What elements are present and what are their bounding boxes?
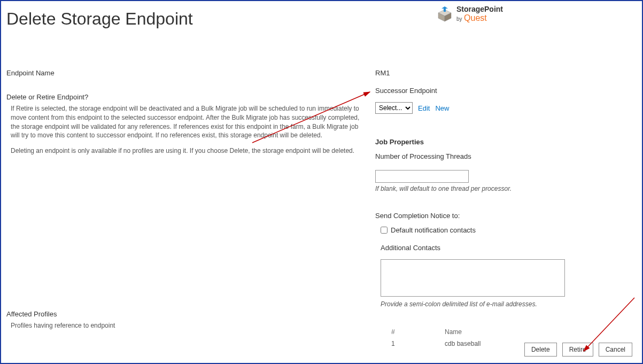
button-bar: Delete Retire Cancel <box>524 343 632 357</box>
successor-endpoint-label: Successor Endpoint <box>375 87 626 95</box>
additional-contacts-hint: Provide a semi-colon delimited list of e… <box>381 300 626 308</box>
profile-row-num: 1 <box>375 340 445 347</box>
delete-button[interactable]: Delete <box>524 343 557 357</box>
logo-company-name: Quest <box>464 13 487 22</box>
default-contacts-checkbox-label: Default notification contacts <box>391 226 476 234</box>
logo-product-name: StoragePoint <box>456 5 503 13</box>
processing-threads-input[interactable] <box>375 170 469 183</box>
endpoint-name-label: Endpoint Name <box>6 69 370 77</box>
product-logo: StoragePoint by Quest <box>436 5 503 23</box>
new-link[interactable]: New <box>435 104 449 112</box>
delete-retire-label: Delete or Retire Endpoint? <box>6 93 370 101</box>
processing-threads-label: Number of Processing Threads <box>375 152 626 160</box>
default-contacts-checkbox[interactable] <box>381 227 388 234</box>
storagepoint-box-icon <box>436 5 453 22</box>
profiles-header-name: Name <box>445 328 626 336</box>
endpoint-name-value: RM1 <box>375 69 626 77</box>
affected-profiles-help: Profiles having reference to endpoint <box>11 322 115 329</box>
retire-button[interactable]: Retire <box>562 343 593 357</box>
page-title: Delete Storage Endpoint <box>1 1 642 29</box>
completion-notice-label: Send Completion Notice to: <box>375 212 626 220</box>
delete-help-text: Deleting an endpoint is only available i… <box>6 146 370 156</box>
processing-threads-hint: If blank, will default to one thread per… <box>375 185 626 192</box>
affected-profiles-label: Affected Profiles <box>6 310 57 318</box>
profiles-table-header: # Name <box>375 328 626 336</box>
additional-contacts-textarea[interactable] <box>381 259 565 297</box>
edit-link[interactable]: Edit <box>418 104 430 112</box>
additional-contacts-label: Additional Contacts <box>381 244 626 252</box>
logo-by-text: by <box>456 16 462 22</box>
profiles-header-num: # <box>375 328 445 336</box>
cancel-button[interactable]: Cancel <box>599 343 632 357</box>
successor-endpoint-select[interactable]: Select... <box>375 102 413 114</box>
job-properties-heading: Job Properties <box>375 138 626 146</box>
retire-help-text: If Retire is selected, the storage endpo… <box>6 104 370 140</box>
logo-text: StoragePoint by Quest <box>456 5 503 23</box>
